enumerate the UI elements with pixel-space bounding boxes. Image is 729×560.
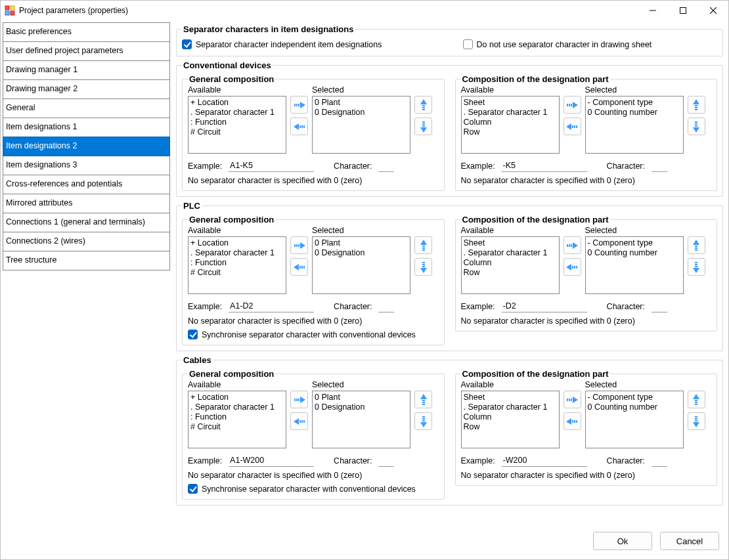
list-item[interactable]: . Separator character 1 bbox=[190, 108, 284, 118]
selected-list[interactable]: - Component type0 Counting number bbox=[585, 391, 684, 448]
character-field[interactable] bbox=[652, 160, 667, 172]
sidebar-item[interactable]: Item designations 1 bbox=[3, 118, 170, 137]
list-item[interactable]: 0 Designation bbox=[315, 108, 408, 118]
left-button[interactable] bbox=[290, 412, 308, 430]
list-item[interactable]: 0 Designation bbox=[315, 402, 408, 412]
character-field[interactable] bbox=[378, 455, 394, 467]
list-item[interactable]: 0 Designation bbox=[315, 248, 408, 258]
right-button[interactable] bbox=[563, 391, 581, 408]
selected-list[interactable]: - Component type0 Counting number bbox=[585, 96, 684, 154]
list-item[interactable]: Column bbox=[464, 118, 557, 127]
available-list[interactable]: Sheet. Separator character 1ColumnRow bbox=[461, 236, 560, 294]
independent-checkbox[interactable]: Separator character independent item des… bbox=[182, 39, 437, 49]
list-item[interactable]: # Circuit bbox=[190, 422, 284, 432]
right-button[interactable] bbox=[290, 391, 308, 408]
list-item[interactable]: 0 Plant bbox=[315, 393, 408, 402]
sidebar-item[interactable]: Drawing manager 1 bbox=[3, 60, 170, 80]
sync-checkbox[interactable]: Synchronise separator character with con… bbox=[188, 484, 439, 494]
list-item[interactable]: - Component type bbox=[588, 98, 681, 108]
list-item[interactable]: - Component type bbox=[588, 393, 681, 402]
list-item[interactable]: : Function bbox=[190, 118, 284, 127]
sidebar-item[interactable]: Item designations 2 bbox=[3, 137, 170, 156]
list-item[interactable]: 0 Counting number bbox=[588, 402, 681, 412]
list-item[interactable]: : Function bbox=[190, 258, 284, 268]
list-item[interactable]: + Location bbox=[190, 393, 284, 402]
sidebar-item[interactable]: Connections 2 (wires) bbox=[3, 232, 170, 251]
list-item[interactable]: . Separator character 1 bbox=[190, 402, 284, 412]
sidebar-item[interactable]: General bbox=[3, 98, 170, 118]
down-button[interactable] bbox=[688, 258, 705, 276]
example-field[interactable] bbox=[502, 160, 587, 172]
list-item[interactable]: : Function bbox=[190, 412, 284, 422]
maximize-button[interactable] bbox=[668, 1, 698, 20]
sidebar-item[interactable]: Tree structure bbox=[3, 251, 170, 270]
list-item[interactable]: Row bbox=[464, 127, 557, 137]
list-item[interactable]: # Circuit bbox=[190, 127, 284, 137]
list-item[interactable]: . Separator character 1 bbox=[464, 402, 557, 412]
up-button[interactable] bbox=[688, 391, 705, 408]
up-button[interactable] bbox=[414, 236, 432, 254]
list-item[interactable]: 0 Plant bbox=[315, 238, 408, 248]
right-button[interactable] bbox=[290, 96, 308, 114]
sidebar-item[interactable]: Basic preferences bbox=[3, 22, 170, 42]
minimize-button[interactable] bbox=[638, 1, 668, 20]
example-field[interactable] bbox=[229, 455, 314, 467]
cancel-button[interactable]: Cancel bbox=[660, 532, 719, 550]
nouse-checkbox[interactable]: Do not use separator character in drawin… bbox=[463, 39, 718, 49]
left-button[interactable] bbox=[563, 258, 581, 276]
available-list[interactable]: + Location. Separator character 1: Funct… bbox=[188, 96, 286, 154]
down-button[interactable] bbox=[414, 412, 432, 430]
sidebar-item[interactable]: Item designations 3 bbox=[3, 156, 170, 175]
down-button[interactable] bbox=[688, 118, 705, 135]
character-field[interactable] bbox=[378, 160, 394, 172]
ok-button[interactable]: Ok bbox=[593, 532, 652, 550]
list-item[interactable]: Sheet bbox=[464, 98, 557, 108]
example-field[interactable] bbox=[502, 301, 587, 312]
up-button[interactable] bbox=[414, 96, 432, 114]
available-list[interactable]: Sheet. Separator character 1ColumnRow bbox=[461, 96, 560, 154]
selected-list[interactable]: 0 Plant0 Designation bbox=[312, 391, 410, 448]
list-item[interactable]: Sheet bbox=[464, 393, 557, 402]
down-button[interactable] bbox=[414, 258, 432, 276]
list-item[interactable]: Column bbox=[464, 412, 557, 422]
available-list[interactable]: + Location. Separator character 1: Funct… bbox=[188, 391, 286, 448]
list-item[interactable]: 0 Counting number bbox=[588, 108, 681, 118]
up-button[interactable] bbox=[414, 391, 432, 408]
left-button[interactable] bbox=[563, 412, 581, 430]
sidebar-item[interactable]: Mirrored attributes bbox=[3, 194, 170, 213]
up-button[interactable] bbox=[688, 236, 705, 254]
available-list[interactable]: Sheet. Separator character 1ColumnRow bbox=[461, 391, 560, 448]
example-field[interactable] bbox=[502, 455, 587, 467]
down-button[interactable] bbox=[414, 118, 432, 135]
list-item[interactable]: . Separator character 1 bbox=[464, 248, 557, 258]
list-item[interactable]: + Location bbox=[190, 98, 284, 108]
close-button[interactable] bbox=[698, 1, 728, 20]
list-item[interactable]: - Component type bbox=[588, 238, 681, 248]
example-field[interactable] bbox=[229, 301, 314, 312]
sidebar-item[interactable]: Connections 1 (general and terminals) bbox=[3, 213, 170, 232]
list-item[interactable]: Column bbox=[464, 258, 557, 268]
list-item[interactable]: . Separator character 1 bbox=[190, 248, 284, 258]
list-item[interactable]: 0 Plant bbox=[315, 98, 408, 108]
sync-checkbox[interactable]: Synchronise separator character with con… bbox=[188, 330, 439, 339]
list-item[interactable]: 0 Counting number bbox=[588, 248, 681, 258]
list-item[interactable]: + Location bbox=[190, 238, 284, 248]
list-item[interactable]: . Separator character 1 bbox=[464, 108, 557, 118]
left-button[interactable] bbox=[290, 118, 308, 135]
character-field[interactable] bbox=[378, 301, 394, 312]
sidebar-item[interactable]: User defined project parameters bbox=[3, 41, 170, 61]
right-button[interactable] bbox=[563, 96, 581, 114]
left-button[interactable] bbox=[563, 118, 581, 135]
sidebar-item[interactable]: Cross-references and potentials bbox=[3, 175, 170, 194]
list-item[interactable]: Row bbox=[464, 268, 557, 278]
down-button[interactable] bbox=[688, 412, 705, 430]
character-field[interactable] bbox=[652, 455, 667, 467]
sidebar-item[interactable]: Drawing manager 2 bbox=[3, 79, 170, 99]
available-list[interactable]: + Location. Separator character 1: Funct… bbox=[188, 236, 286, 294]
left-button[interactable] bbox=[290, 258, 308, 276]
selected-list[interactable]: 0 Plant0 Designation bbox=[312, 96, 410, 154]
example-field[interactable] bbox=[229, 160, 314, 172]
selected-list[interactable]: - Component type0 Counting number bbox=[585, 236, 684, 294]
list-item[interactable]: # Circuit bbox=[190, 268, 284, 278]
list-item[interactable]: Sheet bbox=[464, 238, 557, 248]
